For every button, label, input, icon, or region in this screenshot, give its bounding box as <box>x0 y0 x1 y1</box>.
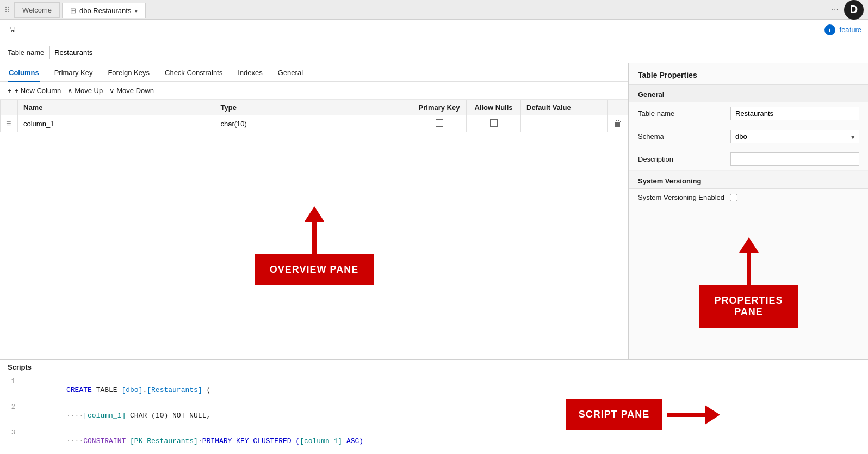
script-annotation-area: SCRIPT PANE <box>429 375 868 454</box>
overview-label: OVERVIEW PANE <box>255 254 374 285</box>
type-cell[interactable] <box>215 115 412 132</box>
system-versioning-title: System Versioning <box>629 171 868 189</box>
tab-modified-dot: ● <box>134 8 138 14</box>
tab-indexes[interactable]: Indexes <box>237 63 264 82</box>
prop-row-schema: Schema dbo guest INFORMATION_SCHEMA <box>629 125 868 148</box>
sys-versioning-row: System Versioning Enabled <box>629 189 868 206</box>
col-header-drag <box>1 100 18 115</box>
plus-icon: + <box>8 87 12 95</box>
title-bar: ⠿ Welcome ⊞ dbo.Restaurants ● ··· D <box>0 0 868 20</box>
info-icon[interactable]: i <box>824 24 835 35</box>
properties-title: Table Properties <box>629 63 868 84</box>
overview-label-area: OVERVIEW PANE <box>0 132 628 359</box>
schema-select-wrap: dbo guest INFORMATION_SCHEMA <box>730 130 859 143</box>
tab-columns[interactable]: Columns <box>8 63 40 82</box>
default-value-cell[interactable] <box>521 115 608 132</box>
col-header-default-value: Default Value <box>521 100 608 115</box>
tab-general[interactable]: General <box>277 63 304 82</box>
name-cell[interactable] <box>18 115 215 132</box>
script-arrow-shaft <box>667 413 705 417</box>
avatar[interactable]: D <box>844 0 864 20</box>
prop-row-table-name: Table name <box>629 102 868 125</box>
script-label: SCRIPT PANE <box>566 399 663 430</box>
tab-db-label: dbo.Restaurants <box>79 7 131 15</box>
columns-table-wrap: Name Type Primary Key Allow Nulls Defaul… <box>0 100 628 132</box>
new-column-button[interactable]: + + New Column <box>8 85 61 96</box>
prop-row-description: Description <box>629 148 868 171</box>
scripts-pane: Scripts 1 CREATE TABLE [dbo].[Restaurant… <box>0 359 868 454</box>
tab-foreign-keys[interactable]: Foreign Keys <box>107 63 151 82</box>
prop-label-table-name: Table name <box>638 109 725 118</box>
script-line-3: 3 ····CONSTRAINT [PK_Restaurants]·PRIMAR… <box>0 428 429 454</box>
arrow-up-icon <box>305 206 324 222</box>
chevron-up-icon: ∧ <box>67 87 73 95</box>
table-name-row: Table name <box>0 40 868 63</box>
table-name-label: Table name <box>8 48 44 57</box>
delete-row-button[interactable]: 🗑 <box>613 119 622 128</box>
tab-primary-key[interactable]: Primary Key <box>53 63 94 82</box>
primary-key-checkbox[interactable] <box>436 119 443 127</box>
columns-table: Name Type Primary Key Allow Nulls Defaul… <box>0 100 628 132</box>
move-down-button[interactable]: ∨ Move Down <box>109 85 154 96</box>
scripts-content: 1 CREATE TABLE [dbo].[Restaurants] ( 2 ·… <box>0 375 868 454</box>
column-type-input[interactable] <box>221 120 407 128</box>
properties-label-area: PROPERTIES PANE <box>629 206 868 359</box>
col-header-allow-nulls: Allow Nulls <box>467 100 521 115</box>
overview-pane: Columns Primary Key Foreign Keys Check C… <box>0 63 629 359</box>
allow-nulls-cell[interactable] <box>467 115 521 132</box>
prop-label-schema: Schema <box>638 132 725 140</box>
properties-general-title: General <box>629 84 868 102</box>
main-area: Columns Primary Key Foreign Keys Check C… <box>0 63 868 359</box>
sys-versioning-checkbox[interactable] <box>730 194 737 201</box>
drag-handle-icon: ⠿ <box>4 5 10 14</box>
line-num-1: 1 <box>0 377 20 403</box>
chevron-down-icon: ∨ <box>109 87 115 95</box>
row-drag-handle-icon: ≡ <box>6 119 11 128</box>
tab-welcome-label: Welcome <box>22 6 52 14</box>
col-header-name: Name <box>18 100 215 115</box>
script-arrow-left-icon <box>705 405 720 425</box>
prop-table-name-input[interactable] <box>730 107 859 120</box>
tab-welcome[interactable]: Welcome <box>14 2 60 18</box>
table-icon: ⊞ <box>70 7 76 15</box>
title-bar-right: ··· D <box>832 0 864 20</box>
line-num-3: 3 <box>0 428 20 454</box>
properties-pane: Table Properties General Table name Sche… <box>629 63 868 359</box>
col-header-actions <box>608 100 628 115</box>
move-up-button[interactable]: ∧ Move Up <box>67 85 103 96</box>
prop-label-description: Description <box>638 155 725 163</box>
line-num-2: 2 <box>0 403 20 428</box>
properties-label: PROPERTIES PANE <box>699 285 798 328</box>
table-row: ≡ 🗑 <box>1 115 628 132</box>
default-value-input[interactable] <box>526 120 602 128</box>
primary-key-cell[interactable] <box>412 115 467 132</box>
save-button[interactable]: 🖫 <box>7 24 18 35</box>
sys-versioning-label: System Versioning Enabled <box>638 193 724 201</box>
script-annotation: SCRIPT PANE <box>566 393 721 437</box>
schema-select[interactable]: dbo guest INFORMATION_SCHEMA <box>730 130 859 143</box>
col-header-primary-key: Primary Key <box>412 100 467 115</box>
line-code-3: ····CONSTRAINT [PK_Restaurants]·PRIMARY … <box>20 428 429 454</box>
overview-annotation: OVERVIEW PANE <box>255 206 374 285</box>
script-line-1: 1 CREATE TABLE [dbo].[Restaurants] ( <box>0 377 429 403</box>
column-name-input[interactable] <box>23 120 209 128</box>
column-toolbar: + + New Column ∧ Move Up ∨ Move Down <box>0 82 628 100</box>
delete-cell[interactable]: 🗑 <box>608 115 628 132</box>
line-code-2: ····[column_1] CHAR (10) NOT NULL, <box>20 403 429 428</box>
more-options-button[interactable]: ··· <box>832 5 839 15</box>
table-name-input[interactable] <box>49 46 158 59</box>
tab-dbo-restaurants[interactable]: ⊞ dbo.Restaurants ● <box>62 3 146 18</box>
properties-annotation: PROPERTIES PANE <box>699 237 798 328</box>
prop-description-input[interactable] <box>730 152 859 166</box>
allow-nulls-checkbox[interactable] <box>490 119 498 127</box>
prop-arrow-shaft <box>747 253 751 285</box>
arrow-shaft <box>312 222 317 254</box>
col-header-type: Type <box>215 100 412 115</box>
script-line-2: 2 ····[column_1] CHAR (10) NOT NULL, <box>0 403 429 428</box>
tab-check-constraints[interactable]: Check Constraints <box>164 63 224 82</box>
drag-cell[interactable]: ≡ <box>1 115 18 132</box>
toolbar-row: 🖫 i feature <box>0 20 868 40</box>
feature-link[interactable]: feature <box>840 26 861 34</box>
scripts-body: 1 CREATE TABLE [dbo].[Restaurants] ( 2 ·… <box>0 375 429 454</box>
prop-arrow-up-icon <box>739 237 759 253</box>
